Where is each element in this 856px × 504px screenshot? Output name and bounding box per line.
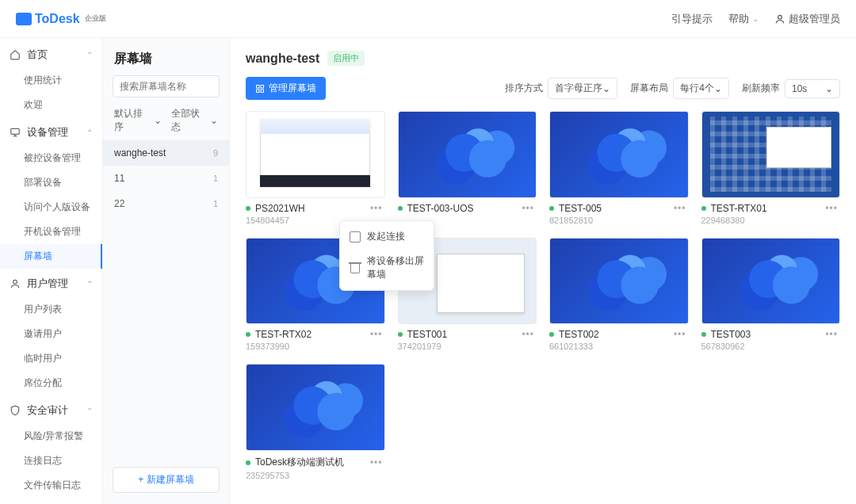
nav-item[interactable]: 风险/异常报警 xyxy=(0,424,102,449)
device-id: 229468380 xyxy=(701,216,841,225)
nav-item[interactable]: 访问个人版设备 xyxy=(0,195,102,220)
panel-title: 屏幕墙 xyxy=(103,38,229,75)
svg-rect-6 xyxy=(261,85,264,88)
device-thumbnail[interactable] xyxy=(398,111,537,198)
device-name: TEST-003-UOS xyxy=(407,203,474,214)
connect-action[interactable]: 发起连接 xyxy=(340,224,434,249)
more-icon[interactable]: ••• xyxy=(368,457,385,468)
device-tile: TEST-003-UOS••• xyxy=(398,111,537,225)
chevron-icon: ⌃ xyxy=(86,51,93,59)
monitor-icon xyxy=(350,231,361,242)
nav-group-3[interactable]: 安全审计⌃ xyxy=(0,397,102,424)
more-icon[interactable]: ••• xyxy=(368,203,385,214)
nav-item[interactable]: 部署设备 xyxy=(0,170,102,195)
wall-list-item[interactable]: 111 xyxy=(103,166,229,191)
device-thumbnail[interactable] xyxy=(246,111,385,198)
svg-rect-1 xyxy=(11,128,20,134)
status-dot xyxy=(701,206,706,211)
more-icon[interactable]: ••• xyxy=(519,329,537,340)
guide-link[interactable]: 引导提示 xyxy=(671,12,713,26)
chevron-down-icon: ⌄ xyxy=(752,14,759,23)
more-icon[interactable]: ••• xyxy=(368,329,385,340)
more-icon[interactable]: ••• xyxy=(671,329,689,340)
nav-item[interactable]: 文件传输日志 xyxy=(0,473,102,498)
device-thumbnail[interactable] xyxy=(701,238,841,325)
chevron-down-icon: ⌄ xyxy=(825,83,833,94)
status-filter[interactable]: 全部状态 ⌄ xyxy=(171,107,219,134)
grid-icon xyxy=(255,84,265,94)
manage-wall-button[interactable]: 管理屏幕墙 xyxy=(246,77,326,100)
device-id: 567830962 xyxy=(701,342,841,351)
refresh-select[interactable]: 10s⌄ xyxy=(785,79,840,98)
status-dot xyxy=(398,332,403,337)
status-dot xyxy=(701,332,706,337)
device-thumbnail[interactable] xyxy=(549,111,689,198)
nav-item[interactable]: 临时用户 xyxy=(0,346,102,371)
nav-item[interactable]: 使用统计 xyxy=(0,68,102,93)
chevron-down-icon: ⌄ xyxy=(154,115,162,126)
device-tile: ToDesk移动端测试机•••235295753 xyxy=(246,364,385,480)
search-input[interactable] xyxy=(113,75,220,97)
status-dot xyxy=(246,332,250,337)
status-dot xyxy=(549,332,554,337)
brand-text: ToDesk xyxy=(35,12,80,26)
nav-item[interactable]: 屏幕墙 xyxy=(0,244,102,269)
nav-group-2[interactable]: 用户管理⌃ xyxy=(0,270,102,297)
device-tile: PS2021WH•••154804457 xyxy=(246,111,385,225)
search-field[interactable] xyxy=(120,81,239,92)
chevron-down-icon: ⌄ xyxy=(714,83,722,94)
wall-list-item[interactable]: wanghe-test9 xyxy=(103,140,229,166)
context-menu: 发起连接将设备移出屏幕墙 xyxy=(339,220,434,291)
logo-icon xyxy=(16,13,32,25)
device-id: 374201979 xyxy=(398,342,537,351)
layout-select[interactable]: 每行4个⌄ xyxy=(673,78,729,99)
nav-item[interactable]: 被控设备管理 xyxy=(0,146,102,170)
device-tile: TEST-005•••821852810 xyxy=(549,111,689,225)
device-id: 235295753 xyxy=(246,471,385,480)
device-name: TEST001 xyxy=(407,329,448,340)
more-icon[interactable]: ••• xyxy=(823,329,840,340)
chevron-icon: ⌃ xyxy=(86,128,93,137)
wall-title: wanghe-test xyxy=(246,52,319,66)
sort-select[interactable]: 首字母正序⌄ xyxy=(548,78,617,99)
device-thumbnail[interactable] xyxy=(701,111,841,198)
nav-item[interactable]: 控制台操作日志 xyxy=(0,498,102,504)
logo[interactable]: ToDesk 企业版 xyxy=(16,12,106,26)
device-id: 661021333 xyxy=(549,342,689,351)
device-name: TEST-RTX02 xyxy=(255,329,311,340)
admin-menu[interactable]: 超级管理员 xyxy=(774,12,840,26)
nav-item[interactable]: 席位分配 xyxy=(0,371,102,395)
wall-list-item[interactable]: 221 xyxy=(103,191,229,216)
wall-panel: 屏幕墙 默认排序 ⌄ 全部状态 ⌄ wanghe-test9111221 + 新… xyxy=(103,38,230,504)
chevron-icon: ⌃ xyxy=(86,407,93,415)
user-icon xyxy=(774,13,785,25)
nav-item[interactable]: 用户列表 xyxy=(0,297,102,322)
device-tile: TEST002•••661021333 xyxy=(549,238,689,352)
sort-filter[interactable]: 默认排序 ⌄ xyxy=(114,107,162,134)
nav-item[interactable]: 开机设备管理 xyxy=(0,220,102,244)
more-icon[interactable]: ••• xyxy=(671,203,689,214)
trash-icon xyxy=(350,262,361,273)
top-header: ToDesk 企业版 引导提示 帮助⌄ 超级管理员 xyxy=(0,0,856,38)
more-icon[interactable]: ••• xyxy=(519,203,537,214)
help-link[interactable]: 帮助⌄ xyxy=(728,12,759,26)
status-badge: 启用中 xyxy=(327,51,365,66)
nav-group-1[interactable]: 设备管理⌃ xyxy=(0,119,102,146)
more-icon[interactable]: ••• xyxy=(823,203,840,214)
new-wall-button[interactable]: + 新建屏幕墙 xyxy=(113,467,220,493)
device-thumbnail[interactable] xyxy=(549,238,689,325)
device-thumbnail[interactable] xyxy=(246,364,385,451)
device-id: 821852810 xyxy=(549,216,689,225)
device-id: 159373990 xyxy=(246,342,385,351)
device-tile: TEST-RTX01•••229468380 xyxy=(701,111,841,225)
device-name: TEST003 xyxy=(711,329,751,340)
device-tile: TEST003•••567830962 xyxy=(701,238,841,352)
sort-label: 排序方式 xyxy=(505,82,543,95)
device-name: PS2021WH xyxy=(255,203,305,214)
nav-item[interactable]: 欢迎 xyxy=(0,93,102,117)
remove-action[interactable]: 将设备移出屏幕墙 xyxy=(340,249,434,287)
chevron-down-icon: ⌄ xyxy=(602,83,610,94)
nav-item[interactable]: 连接日志 xyxy=(0,449,102,473)
nav-item[interactable]: 邀请用户 xyxy=(0,322,102,346)
nav-group-0[interactable]: 首页⌃ xyxy=(0,41,102,68)
